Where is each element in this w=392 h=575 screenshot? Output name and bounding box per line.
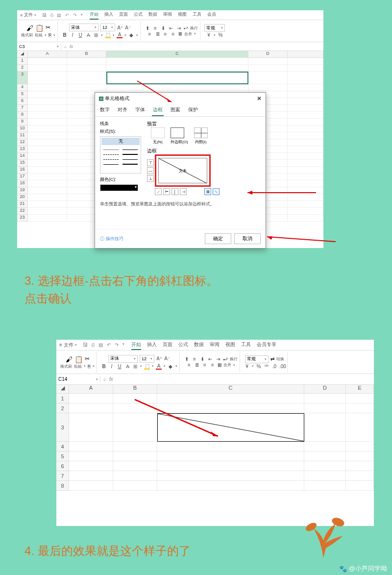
row-header[interactable]: 11 (17, 132, 28, 139)
tab-data[interactable]: 数据 (194, 340, 204, 350)
tab-start[interactable]: 开始 (131, 340, 141, 350)
save-icon[interactable]: 🖫 (42, 13, 47, 18)
row-header[interactable]: 13 (17, 146, 28, 153)
cell[interactable] (288, 153, 323, 160)
cell[interactable] (346, 471, 374, 481)
cell[interactable] (69, 413, 113, 442)
border-vmid-btn[interactable]: │ (172, 188, 178, 195)
print-icon[interactable]: ⎙ (92, 342, 95, 348)
copy-icon[interactable]: ⎘ (88, 364, 91, 369)
currency-icon[interactable]: ¥ (244, 364, 250, 369)
cell[interactable] (28, 112, 67, 119)
cell[interactable] (106, 65, 248, 72)
border-left-btn[interactable]: ⊢ (163, 188, 170, 195)
cell[interactable] (113, 442, 157, 451)
decrease-font-icon[interactable]: A⁻ (125, 25, 131, 30)
cell[interactable] (304, 461, 346, 471)
cell[interactable] (28, 160, 67, 167)
align-center-icon[interactable]: ≣ (155, 31, 161, 37)
row-header[interactable]: 15 (17, 160, 28, 167)
border-right-btn[interactable]: ⊣ (180, 188, 187, 195)
cell[interactable] (28, 167, 67, 174)
cell[interactable] (288, 160, 323, 167)
print-icon[interactable]: ⎙ (50, 13, 53, 18)
increase-font-icon[interactable]: A⁺ (156, 356, 162, 361)
format-painter-icon[interactable]: 🖌 (66, 355, 73, 363)
merge-icon[interactable]: ⊞ (218, 362, 221, 368)
row-header[interactable]: 6 (56, 461, 69, 471)
align-right-icon[interactable]: ≡ (163, 31, 169, 37)
preset-inner[interactable]: 内部(I) (194, 127, 208, 145)
row-header[interactable]: 12 (17, 139, 28, 146)
cell[interactable] (28, 91, 67, 98)
cell[interactable] (113, 394, 157, 403)
tab-page[interactable]: 页面 (163, 340, 172, 350)
cell[interactable] (304, 451, 346, 461)
cell[interactable] (288, 146, 323, 153)
col-header-e[interactable] (288, 51, 323, 58)
row-header[interactable]: 2 (56, 403, 69, 413)
cell[interactable] (113, 413, 157, 442)
effects-icon[interactable]: ◆ (168, 364, 173, 369)
cell[interactable] (288, 174, 323, 180)
cell[interactable] (304, 481, 346, 491)
format-painter-icon[interactable]: 🖌 (26, 24, 33, 32)
cell[interactable] (346, 403, 374, 413)
select-all-corner[interactable]: ◢ (17, 51, 28, 58)
cell[interactable] (248, 65, 288, 72)
align-top-icon[interactable]: ⬆ (145, 25, 150, 31)
cell[interactable] (67, 58, 106, 65)
row-header[interactable]: 7 (17, 105, 28, 112)
border-diag-up-btn[interactable]: ⟋ (155, 188, 162, 195)
paste-icon[interactable]: 📋 (74, 355, 83, 363)
color-select[interactable] (100, 184, 138, 191)
wrap-icon[interactable]: ⮐ (184, 25, 188, 30)
ok-button[interactable]: 确定 (205, 233, 231, 244)
row-header[interactable]: 6 (17, 98, 28, 105)
row-header[interactable]: 22 (17, 208, 28, 215)
undo-icon[interactable]: ↶ (65, 13, 69, 18)
cell[interactable] (28, 215, 67, 222)
cell[interactable] (28, 72, 67, 84)
cell[interactable] (28, 125, 67, 132)
col-header-c[interactable]: C (157, 385, 304, 394)
increase-font-icon[interactable]: A⁺ (117, 25, 123, 30)
cell[interactable] (28, 105, 67, 112)
cell[interactable] (28, 65, 67, 72)
col-header-d[interactable]: D (248, 51, 288, 58)
align-center-icon[interactable]: ≣ (194, 362, 200, 368)
cell[interactable] (28, 153, 67, 160)
cell[interactable] (346, 451, 374, 461)
col-header-a[interactable]: A (28, 51, 67, 58)
search-icon[interactable]: ⌕ (103, 376, 106, 382)
row-header[interactable]: 9 (17, 119, 28, 125)
row-header[interactable]: 8 (17, 112, 28, 119)
row-header[interactable]: 3 (17, 72, 28, 84)
spreadsheet-grid-2[interactable]: ◢ A B C D E 12345678 (56, 385, 374, 491)
row-header[interactable]: 23 (17, 215, 28, 222)
cell[interactable] (248, 72, 288, 84)
cell[interactable] (28, 139, 67, 146)
underline-icon[interactable]: U (117, 364, 122, 369)
comma-icon[interactable]: ºº (264, 364, 270, 369)
cell[interactable] (288, 139, 323, 146)
cell[interactable] (69, 471, 113, 481)
dec-dec-icon[interactable]: .00 (279, 364, 285, 369)
cancel-button[interactable]: 取消 (234, 233, 261, 244)
border-top-btn[interactable]: ⊤ (147, 159, 154, 166)
underline-icon[interactable]: U (77, 32, 83, 38)
cell[interactable] (346, 442, 374, 451)
cell[interactable] (288, 167, 323, 174)
cell[interactable] (288, 132, 323, 139)
row-header[interactable]: 2 (17, 65, 28, 72)
strike-icon[interactable]: A̶ (85, 32, 91, 38)
redo-icon[interactable]: ↷ (73, 13, 77, 18)
tab-tools[interactable]: 工具 (193, 10, 201, 20)
cell[interactable] (106, 58, 248, 65)
cell[interactable] (346, 461, 374, 471)
number-format-select[interactable]: 常规▾ (204, 24, 225, 32)
cell[interactable] (157, 403, 304, 413)
tab-view[interactable]: 视图 (178, 10, 187, 20)
cell[interactable] (157, 394, 304, 403)
cell[interactable] (106, 84, 248, 91)
